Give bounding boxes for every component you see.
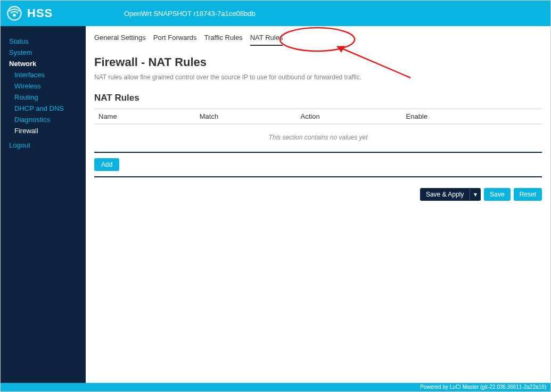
hostname: OpenWrt SNAPSHOT r18743-7a1ce08bdb (87, 10, 256, 18)
save-apply-dropdown[interactable]: ▾ (470, 188, 481, 201)
column-name: Name (98, 112, 200, 120)
sidebar-item-status[interactable]: Status (1, 36, 86, 47)
empty-message: This section contains no values yet (94, 124, 542, 152)
section-title: NAT Rules (94, 93, 542, 103)
tab-bar: General Settings Port Forwards Traffic R… (94, 34, 542, 46)
actions-row: Save & Apply ▾ Save Reset (94, 188, 542, 201)
wifi-logo-icon (7, 6, 22, 21)
save-button[interactable]: Save (484, 188, 510, 201)
page-title: Firewall - NAT Rules (94, 55, 542, 69)
tab-nat-rules[interactable]: NAT Rules (250, 34, 283, 46)
topbar: HSS OpenWrt SNAPSHOT r18743-7a1ce08bdb (1, 1, 550, 26)
sidebar-logout[interactable]: Logout (1, 140, 86, 151)
sidebar-item-network[interactable]: Network (1, 58, 86, 69)
add-button[interactable]: Add (94, 158, 119, 171)
brand[interactable]: HSS (7, 6, 87, 21)
column-enable: Enable (406, 112, 538, 120)
sidebar-item-dhcp-dns[interactable]: DHCP and DNS (1, 103, 86, 114)
tab-general-settings[interactable]: General Settings (94, 34, 146, 46)
footer: Powered by LuCI Master (git-22.036.36611… (1, 383, 550, 391)
sidebar-item-system[interactable]: System (1, 47, 86, 58)
rules-table: Name Match Action Enable This section co… (94, 109, 542, 153)
page-description: NAT rules allow fine grained control ove… (94, 74, 542, 81)
table-header: Name Match Action Enable (94, 109, 542, 124)
sidebar-item-routing[interactable]: Routing (1, 92, 86, 103)
reset-button[interactable]: Reset (514, 188, 542, 201)
svg-point-1 (13, 14, 16, 17)
column-match: Match (200, 112, 301, 120)
sidebar: Status System Network Interfaces Wireles… (1, 26, 86, 383)
footer-text: Powered by LuCI Master (git-22.036.36611… (420, 384, 546, 390)
sidebar-item-diagnostics[interactable]: Diagnostics (1, 114, 86, 125)
sidebar-item-firewall[interactable]: Firewall (1, 125, 86, 136)
svg-marker-4 (337, 46, 345, 53)
separator (94, 176, 542, 177)
sidebar-item-interfaces[interactable]: Interfaces (1, 69, 86, 80)
column-action: Action (301, 112, 406, 120)
brand-text: HSS (27, 6, 53, 20)
save-apply-group: Save & Apply ▾ (420, 188, 481, 201)
sidebar-item-wireless[interactable]: Wireless (1, 80, 86, 92)
content: General Settings Port Forwards Traffic R… (86, 26, 550, 383)
tab-traffic-rules[interactable]: Traffic Rules (204, 34, 242, 46)
tab-port-forwards[interactable]: Port Forwards (153, 34, 197, 46)
save-apply-button[interactable]: Save & Apply (420, 188, 470, 201)
